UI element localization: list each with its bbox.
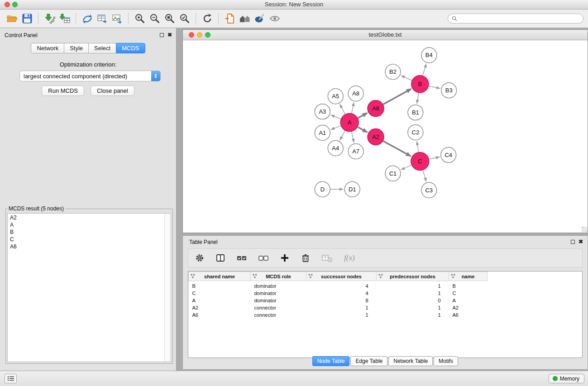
network-node[interactable]: A — [340, 114, 359, 132]
delete-column-button[interactable] — [301, 253, 311, 263]
mcds-result-item[interactable]: A2 — [10, 214, 168, 221]
table-row[interactable]: A6connector11A6 — [189, 311, 583, 319]
column-header-predecessor-nodes[interactable]: predecessor nodes — [377, 272, 449, 281]
network-edge[interactable] — [429, 157, 440, 159]
homes-button[interactable] — [237, 11, 252, 26]
export-image-button[interactable] — [110, 11, 124, 26]
table-cell[interactable]: C — [189, 290, 251, 297]
network-node[interactable]: A7 — [348, 143, 363, 159]
network-node[interactable]: B — [411, 76, 429, 93]
mcds-result-item[interactable]: B — [10, 229, 168, 236]
document-arrow-button[interactable] — [222, 11, 237, 26]
column-header-successor-nodes[interactable]: successor nodes — [306, 272, 377, 281]
network-edge[interactable] — [423, 64, 426, 76]
network-edge[interactable] — [429, 86, 440, 88]
network-edge[interactable] — [358, 127, 368, 133]
table-cell[interactable]: A2 — [189, 304, 251, 311]
network-node[interactable]: B1 — [408, 105, 423, 120]
network-edge[interactable] — [401, 76, 412, 81]
tab-network-table[interactable]: Network Table — [388, 356, 433, 366]
network-edge[interactable] — [331, 126, 341, 129]
table-cell[interactable]: C — [449, 290, 488, 297]
float-panel-icon[interactable] — [160, 33, 164, 37]
network-edge[interactable] — [358, 113, 368, 118]
table-cell[interactable]: A — [189, 297, 251, 304]
network-edge[interactable] — [401, 165, 411, 170]
table-cell[interactable]: 8 — [306, 297, 377, 304]
table-cell[interactable]: 4 — [306, 290, 377, 297]
zoom-out-button[interactable] — [147, 11, 162, 26]
network-node[interactable]: C — [411, 152, 429, 170]
network-edge[interactable] — [352, 102, 354, 113]
table-row[interactable]: A2connector11A2 — [189, 304, 583, 311]
close-view-icon[interactable] — [189, 32, 194, 38]
function-builder-button[interactable]: f(x) — [344, 253, 355, 262]
network-edge[interactable] — [383, 141, 411, 157]
table-cell[interactable]: 1 — [377, 311, 449, 319]
zoom-view-icon[interactable] — [205, 32, 210, 38]
table-cell[interactable]: A6 — [189, 311, 251, 319]
network-node[interactable]: A1 — [315, 125, 330, 141]
network-node[interactable]: C4 — [441, 147, 456, 162]
network-node[interactable]: A8 — [348, 86, 363, 101]
task-history-button[interactable] — [5, 374, 17, 383]
eye-button[interactable] — [267, 11, 282, 26]
zoom-in-button[interactable] — [132, 11, 147, 26]
mcds-result-item[interactable]: A — [10, 221, 168, 229]
table-cell[interactable]: B — [449, 281, 488, 290]
network-node[interactable]: A4 — [328, 140, 343, 156]
network-node[interactable]: B4 — [421, 48, 437, 63]
add-column-button[interactable] — [280, 253, 290, 263]
close-panel-icon[interactable]: ✖ — [167, 32, 172, 38]
network-node[interactable]: C1 — [385, 166, 401, 181]
table-cell[interactable]: A2 — [449, 304, 488, 311]
table-cell[interactable]: 1 — [306, 311, 377, 319]
run-mcds-button[interactable]: Run MCDS — [42, 86, 84, 96]
tab-edge-table[interactable]: Edge Table — [350, 356, 387, 366]
column-header-name[interactable]: name — [449, 272, 488, 281]
column-header-shared-name[interactable]: shared name — [189, 272, 251, 281]
tab-mcds[interactable]: MCDS — [116, 43, 145, 53]
zoom-window-icon[interactable] — [12, 2, 18, 7]
network-arrows-button[interactable] — [80, 11, 95, 26]
close-window-icon[interactable] — [5, 2, 10, 7]
import-table-button[interactable] — [57, 11, 72, 26]
network-node[interactable]: D1 — [344, 181, 360, 197]
network-canvas[interactable]: B4B2BB3A5A8A6B1A3AA1C2A2A4A7C4CC1C3DD1 — [183, 40, 588, 233]
network-window-titlebar[interactable]: testGlobe.txt — [183, 30, 588, 40]
show-columns-button[interactable] — [215, 253, 225, 263]
dropdown-stepper-icon[interactable] — [151, 71, 160, 81]
table-row[interactable]: Cdominator41C — [189, 290, 583, 297]
network-node[interactable]: B3 — [441, 83, 457, 98]
table-cell[interactable]: 1 — [306, 304, 377, 311]
tab-select[interactable]: Select — [88, 43, 116, 53]
network-edge[interactable] — [383, 89, 411, 104]
table-settings-button[interactable] — [195, 253, 205, 263]
select-all-button[interactable] — [236, 253, 247, 263]
zoom-fit-button[interactable] — [162, 11, 177, 26]
tab-network[interactable]: Network — [31, 43, 64, 53]
table-cell[interactable]: 4 — [306, 281, 377, 290]
table-cell[interactable]: dominator — [251, 281, 306, 290]
table-cell[interactable]: dominator — [251, 290, 306, 297]
network-edge[interactable] — [417, 93, 419, 104]
deselect-all-button[interactable] — [258, 253, 269, 263]
resize-handle[interactable] — [582, 227, 587, 232]
delete-table-button[interactable] — [321, 253, 333, 263]
table-cell[interactable]: B — [189, 281, 251, 290]
refresh-button[interactable] — [200, 11, 215, 26]
column-header-mcds-role[interactable]: MCDS role — [251, 272, 306, 281]
network-edge[interactable] — [423, 170, 426, 181]
table-cell[interactable]: connector — [251, 311, 306, 319]
network-node[interactable]: C2 — [408, 125, 423, 140]
close-panel-button[interactable]: Close panel — [91, 86, 134, 96]
network-edge[interactable] — [352, 132, 354, 143]
network-edge[interactable] — [340, 131, 345, 140]
save-session-button[interactable] — [19, 11, 34, 26]
tab-motifs[interactable]: Motifs — [434, 356, 458, 366]
table-cell[interactable]: 1 — [377, 290, 449, 297]
table-cell[interactable]: connector — [251, 304, 306, 311]
mcds-result-item[interactable]: A6 — [10, 243, 168, 250]
minimize-view-icon[interactable] — [197, 32, 202, 38]
optimization-criterion-dropdown[interactable]: largest connected component (directed) — [19, 71, 161, 81]
